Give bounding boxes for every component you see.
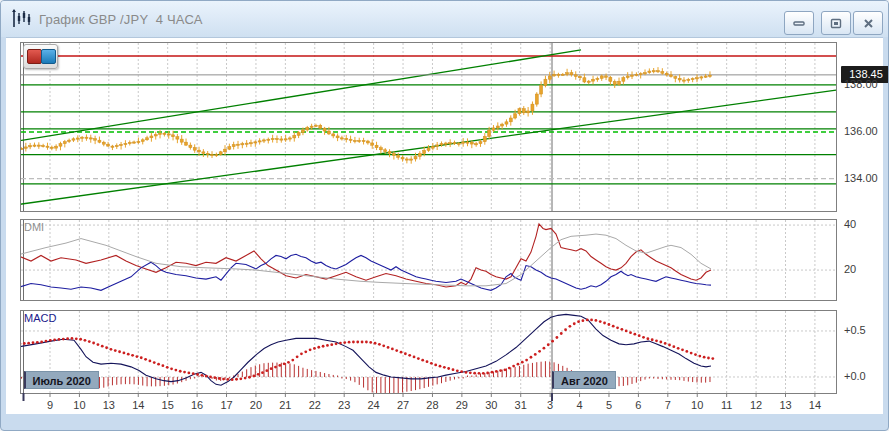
- restore-icon: [830, 18, 842, 29]
- close-icon: [863, 18, 874, 29]
- chart-icon: [11, 8, 33, 30]
- date-label: 17: [214, 399, 240, 411]
- blue-marker-button[interactable]: [41, 49, 56, 64]
- date-label: 31: [508, 399, 534, 411]
- macd-axis-label: +0.5: [844, 324, 866, 336]
- title-bar: График GBP /JPY 4 ЧАСА: [1, 1, 888, 37]
- date-label: 13: [96, 399, 122, 411]
- minimize-icon: [793, 18, 805, 28]
- macd-panel[interactable]: [20, 310, 837, 394]
- date-label: 22: [302, 399, 328, 411]
- date-label: 12: [743, 399, 769, 411]
- date-label: 5: [596, 399, 622, 411]
- macd-axis-label: +0.0: [844, 370, 866, 382]
- chart-window: График GBP /JPY 4 ЧАСА DMI MACD 138.45 1…: [0, 0, 889, 431]
- window-title: График GBP /JPY 4 ЧАСА: [39, 12, 203, 27]
- dmi-indicator-label: DMI: [24, 221, 44, 233]
- date-label: 21: [272, 399, 298, 411]
- date-label: 14: [802, 399, 828, 411]
- dmi-panel[interactable]: [20, 219, 837, 301]
- date-label: 4: [567, 399, 593, 411]
- date-label: 6: [625, 399, 651, 411]
- date-label: 10: [684, 399, 710, 411]
- price-axis-label: 136.00: [844, 125, 878, 137]
- date-label: 30: [478, 399, 504, 411]
- month-label-box: Авг 2020: [552, 371, 616, 389]
- date-label: 23: [331, 399, 357, 411]
- restore-button[interactable]: [821, 11, 851, 35]
- date-label: 29: [449, 399, 475, 411]
- date-label: 27: [390, 399, 416, 411]
- date-label: 16: [184, 399, 210, 411]
- date-label: 3: [537, 399, 563, 411]
- price-axis-label: 138.00: [844, 78, 878, 90]
- date-label: 24: [361, 399, 387, 411]
- date-label: 9: [37, 399, 63, 411]
- close-button[interactable]: [853, 11, 883, 35]
- marker-toolbar: [23, 44, 58, 69]
- red-marker-button[interactable]: [27, 49, 42, 64]
- date-label: 20: [243, 399, 269, 411]
- date-label: 11: [714, 399, 740, 411]
- date-label: 15: [155, 399, 181, 411]
- chart-client-area: DMI MACD 138.45 138.00136.00134.004020+0…: [6, 37, 883, 414]
- macd-indicator-label: MACD: [24, 312, 56, 324]
- date-label: 13: [773, 399, 799, 411]
- date-label: 7: [655, 399, 681, 411]
- month-label-box: Июль 2020: [24, 371, 99, 389]
- date-label: 10: [66, 399, 92, 411]
- date-label: 14: [125, 399, 151, 411]
- date-label: 28: [419, 399, 445, 411]
- minimize-button[interactable]: [784, 11, 814, 35]
- price-axis-label: 134.00: [844, 172, 878, 184]
- dmi-axis-label: 40: [844, 218, 856, 230]
- dmi-axis-label: 20: [844, 263, 856, 275]
- price-chart-panel[interactable]: [20, 42, 837, 212]
